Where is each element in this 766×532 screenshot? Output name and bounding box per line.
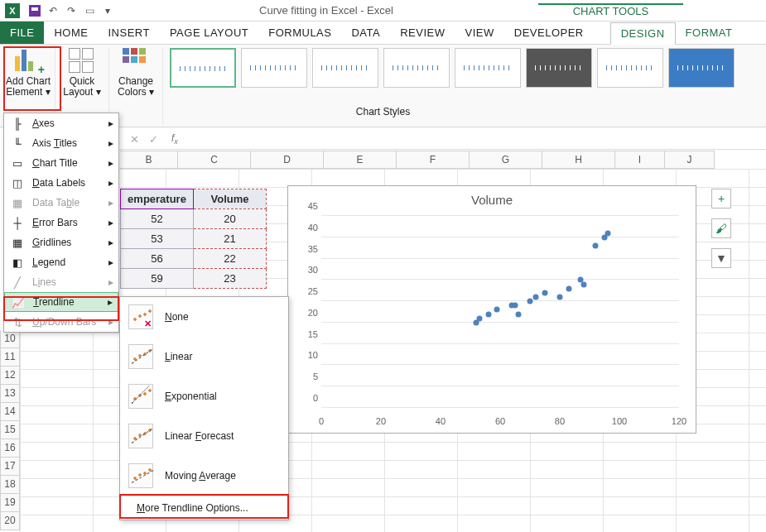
tab-page-layout[interactable]: PAGE LAYOUT [160,22,258,44]
col-J[interactable]: J [665,151,715,169]
trendline-linear-forecast[interactable]: Linear Forecast [120,416,288,456]
chart-style-1[interactable] [170,48,236,88]
save-button[interactable] [28,4,41,17]
tab-design[interactable]: DESIGN [610,22,676,45]
trendline-linear[interactable]: Linear [120,337,288,376]
y-tick-label: 5 [313,371,318,381]
x-tick-label: 40 [436,416,446,426]
menu-gridlines[interactable]: ▦Gridlines▸ [4,232,118,252]
trendline-forecast-icon [128,424,153,448]
col-B[interactable]: B [120,151,178,169]
menu-axes[interactable]: ╟Axes▸ [4,113,118,133]
chart-style-5[interactable] [455,48,521,88]
chart-filter-button[interactable]: ▼ [711,248,731,268]
chart-styles-button[interactable]: 🖌 [711,218,731,238]
chart-style-7[interactable] [597,48,663,88]
tab-data[interactable]: DATA [341,22,390,44]
data-point[interactable] [513,303,518,309]
add-chart-element-button[interactable]: + Add Chart Element ▾ [5,48,51,98]
data-point[interactable] [515,311,521,317]
tab-format[interactable]: FORMAT [676,22,743,44]
chart-styles-gallery[interactable] [170,48,735,88]
cell[interactable]: 52 [121,209,194,229]
data-point[interactable] [581,281,586,287]
row-13[interactable]: 13 [0,385,20,403]
tab-home[interactable]: HOME [44,22,98,44]
row-20[interactable]: 20 [0,512,20,530]
tab-insert[interactable]: INSERT [98,22,159,44]
enter-icon[interactable]: ✓ [149,133,158,146]
trendline-submenu: ✕ None Linear Exponential Linear Forecas… [119,296,289,520]
row-19[interactable]: 19 [0,494,20,512]
row-17[interactable]: 17 [0,458,20,476]
chart-add-element-button[interactable]: + [711,189,731,208]
row-18[interactable]: 18 [0,476,20,494]
chart-style-3[interactable] [312,48,378,88]
chart-style-4[interactable] [383,48,450,88]
chart-side-buttons: + 🖌 ▼ [711,189,731,268]
trendline-exponential[interactable]: Exponential [120,376,288,416]
header-temperature[interactable]: emperature [121,189,194,209]
redo-button[interactable]: ↷ [65,4,78,17]
col-H[interactable]: H [542,151,615,169]
data-point[interactable] [528,299,533,304]
trendline-none[interactable]: ✕ None [120,297,288,337]
row-12[interactable]: 12 [0,367,20,385]
menu-legend[interactable]: ◧Legend▸ [4,252,118,272]
data-point[interactable] [605,230,610,236]
data-point[interactable] [476,315,482,321]
chart-plot-area[interactable]: 051015202530354045 020406080100120 [321,216,679,408]
row-10[interactable]: 10 [0,330,20,348]
col-E[interactable]: E [324,151,397,169]
tab-developer[interactable]: DEVELOPER [504,22,594,44]
col-I[interactable]: I [615,151,665,169]
chart-style-6[interactable] [526,48,592,88]
col-F[interactable]: F [397,151,470,169]
trendline-linear-icon [128,344,153,369]
row-16[interactable]: 16 [0,439,20,458]
header-volume[interactable]: Volume [194,189,267,209]
data-point[interactable] [485,311,491,317]
fx-icon[interactable]: fx [171,132,178,146]
chart-style-2[interactable] [241,48,307,88]
trendline-more-options[interactable]: More Trendline Options... [120,496,288,520]
col-C[interactable]: C [178,151,251,169]
cell[interactable]: 23 [194,269,267,289]
cell[interactable]: 20 [194,209,267,229]
col-D[interactable]: D [251,151,324,169]
row-11[interactable]: 11 [0,348,20,367]
tab-file[interactable]: FILE [0,22,44,44]
data-point[interactable] [566,285,571,291]
menu-trendline[interactable]: 📈Trendline▸ [4,292,118,312]
tab-formulas[interactable]: FORMULAS [258,22,341,44]
row-15[interactable]: 15 [0,421,20,439]
qat-customize-icon[interactable]: ▾ [101,4,114,17]
menu-chart-title[interactable]: ▭Chart Title▸ [4,153,118,173]
row-14[interactable]: 14 [0,403,20,421]
cell[interactable]: 56 [121,249,194,269]
trendline-moving-average[interactable]: Moving Average [120,456,288,496]
menu-data-labels[interactable]: ◫Data Labels▸ [4,173,118,193]
cancel-icon[interactable]: ✕ [130,133,139,146]
data-point[interactable] [542,290,548,295]
tab-view[interactable]: VIEW [455,22,504,44]
chart-style-8[interactable] [668,48,735,88]
chart-title[interactable]: Volume [288,193,696,207]
quick-layout-button[interactable]: Quick Layout ▾ [59,48,105,98]
data-point[interactable] [556,294,562,300]
data-point[interactable] [593,243,599,249]
chart-object[interactable]: Volume 051015202530354045 02040608010012… [287,185,696,434]
undo-button[interactable]: ↶ [46,4,60,17]
data-point[interactable] [494,307,500,313]
cell[interactable]: 22 [194,249,267,269]
cell[interactable]: 53 [121,229,194,249]
data-point[interactable] [533,294,539,300]
print-preview-button[interactable]: ▭ [83,4,96,17]
tab-review[interactable]: REVIEW [390,22,455,44]
cell[interactable]: 21 [194,229,267,249]
change-colors-button[interactable]: Change Colors ▾ [113,48,159,98]
col-G[interactable]: G [470,151,542,169]
cell[interactable]: 59 [121,269,194,289]
menu-axis-titles[interactable]: ╙Axis Titles▸ [4,133,118,153]
menu-error-bars[interactable]: ┼Error Bars▸ [4,213,118,232]
